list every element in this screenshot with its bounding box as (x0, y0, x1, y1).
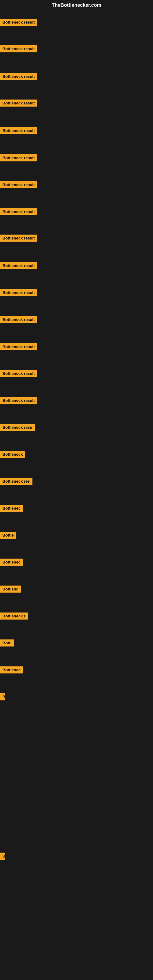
bottleneck-badge-16: Bottleneck resu (0, 424, 35, 431)
bottleneck-badge-13: Bottleneck result (0, 343, 37, 350)
bottleneck-badge-22: Bottlend (0, 585, 21, 593)
bottleneck-item-21: Bottlenec (0, 558, 23, 567)
bottleneck-item-17: Bottleneck (0, 451, 25, 459)
bottleneck-badge-21: Bottlenec (0, 558, 23, 566)
bottleneck-item-19: Bottlenec (0, 505, 23, 513)
bottleneck-item-14: Bottleneck result (0, 370, 37, 378)
bottleneck-badge-6: Bottleneck result (0, 154, 37, 161)
bottleneck-item-2: Bottleneck result (0, 45, 37, 54)
bottleneck-badge-2: Bottleneck result (0, 45, 37, 52)
bottleneck-badge-25: Bottlenec (0, 667, 23, 673)
bottleneck-badge-5: Bottleneck result (0, 127, 37, 134)
bottleneck-badge-9: Bottleneck result (0, 235, 37, 242)
bottleneck-item-22: Bottlend (0, 585, 21, 594)
bottleneck-badge-18: Bottleneck res (0, 478, 32, 485)
bottleneck-item-20: Bottle (0, 531, 16, 540)
bottleneck-item-8: Bottleneck result (0, 208, 37, 216)
bottleneck-badge-14: Bottleneck result (0, 370, 37, 377)
bottleneck-item-15: Bottleneck result (0, 397, 37, 405)
bottleneck-badge-8: Bottleneck result (0, 208, 37, 215)
bottleneck-badge-1: Bottleneck result (0, 19, 37, 26)
bottleneck-badge-7: Bottleneck result (0, 181, 37, 188)
bottleneck-item-23: Bottleneck r (0, 612, 28, 621)
bottleneck-item-9: Bottleneck result (0, 235, 37, 243)
bottleneck-item-11: Bottleneck result (0, 289, 37, 298)
bottleneck-badge-19: Bottlenec (0, 505, 23, 512)
bottleneck-badge-26: B (0, 694, 5, 700)
bottleneck-item-16: Bottleneck resu (0, 424, 35, 432)
bottleneck-item-7: Bottleneck result (0, 181, 37, 189)
bottleneck-badge-11: Bottleneck result (0, 289, 37, 296)
bottleneck-badge-24: Bottl (0, 640, 14, 646)
bottleneck-item-27: B (0, 853, 5, 861)
bottleneck-item-5: Bottleneck result (0, 127, 37, 135)
bottleneck-badge-27: B (0, 853, 5, 860)
bottleneck-badge-4: Bottleneck result (0, 100, 37, 107)
bottleneck-badge-3: Bottleneck result (0, 73, 37, 80)
bottleneck-badge-12: Bottleneck result (0, 316, 37, 323)
bottleneck-item-4: Bottleneck result (0, 100, 37, 108)
bottleneck-item-6: Bottleneck result (0, 154, 37, 162)
bottleneck-item-18: Bottleneck res (0, 478, 32, 486)
bottleneck-item-24: Bottl (0, 640, 14, 648)
bottleneck-item-13: Bottleneck result (0, 343, 37, 352)
bottleneck-item-3: Bottleneck result (0, 73, 37, 81)
bottleneck-badge-20: Bottle (0, 531, 16, 539)
bottleneck-badge-17: Bottleneck (0, 451, 25, 458)
site-title: TheBottlenecker.com (0, 0, 153, 10)
bottleneck-item-25: Bottlenec (0, 667, 23, 675)
bottleneck-item-26: B (0, 694, 5, 702)
bottleneck-badge-23: Bottleneck r (0, 612, 28, 620)
bottleneck-badge-15: Bottleneck result (0, 397, 37, 404)
bottleneck-item-12: Bottleneck result (0, 316, 37, 324)
bottleneck-item-10: Bottleneck result (0, 262, 37, 270)
bottleneck-item-1: Bottleneck result (0, 19, 37, 27)
bottleneck-badge-10: Bottleneck result (0, 262, 37, 269)
